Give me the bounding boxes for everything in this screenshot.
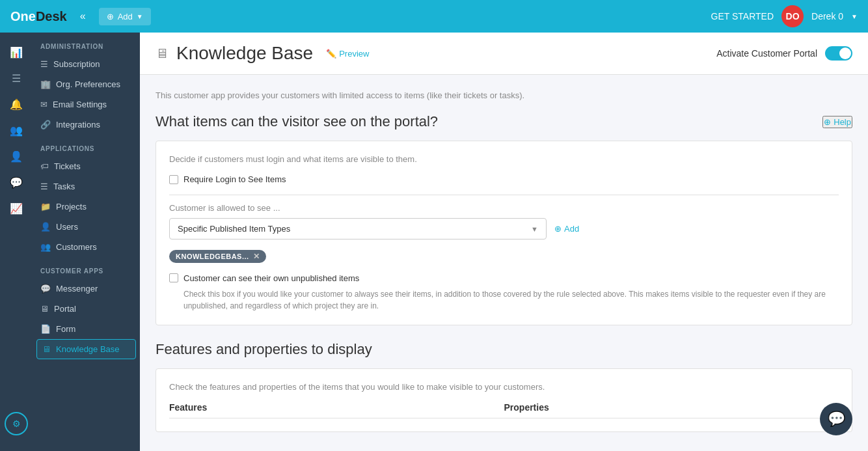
dropdown-caret-icon: ▼ bbox=[531, 225, 538, 233]
nav-icon-clock[interactable]: 🔔 bbox=[5, 92, 28, 116]
features-col-title-2: Properties bbox=[504, 402, 839, 418]
features-col-title-1: Features bbox=[169, 402, 504, 418]
nav-icon-list[interactable]: ☰ bbox=[5, 66, 28, 90]
main-header: 🖥 Knowledge Base ✏️ Preview Activate Cus… bbox=[140, 33, 868, 75]
preview-button[interactable]: ✏️ Preview bbox=[326, 49, 369, 59]
sidebar-item-customers[interactable]: 👥 Customers bbox=[33, 237, 140, 257]
portal-icon: 🖥 bbox=[40, 304, 49, 314]
logo: OneDesk bbox=[10, 9, 67, 24]
settings-icon[interactable]: ⚙ bbox=[5, 412, 28, 435]
sidebar-item-form[interactable]: 📄 Form bbox=[33, 319, 140, 339]
sidebar-item-knowledge-base-label: Knowledge Base bbox=[56, 344, 120, 354]
nav-icon-user-group[interactable]: 👥 bbox=[5, 118, 28, 142]
get-started-button[interactable]: GET STARTED bbox=[711, 11, 774, 21]
customers-icon: 👥 bbox=[40, 242, 51, 252]
customer-apps-section-title: CUSTOMER APPS bbox=[33, 257, 140, 279]
sidebar-item-portal-label: Portal bbox=[54, 304, 76, 314]
sidebar-item-email-settings[interactable]: ✉ Email Settings bbox=[33, 94, 140, 115]
messenger-icon: 💬 bbox=[40, 284, 51, 294]
sidebar-item-subscription[interactable]: ☰ Subscription bbox=[33, 54, 140, 74]
help-label: Help bbox=[834, 117, 851, 127]
nav-icon-analytics[interactable]: 📊 bbox=[5, 40, 28, 64]
sidebar-item-knowledge-base[interactable]: 🖥 Knowledge Base bbox=[36, 339, 136, 359]
add-label: Add bbox=[564, 224, 579, 234]
dropdown-value: Specific Published Item Types bbox=[178, 224, 290, 234]
features-section-title: Features and properties to display bbox=[156, 341, 852, 358]
sidebar-item-users[interactable]: 👤 Users bbox=[33, 217, 140, 237]
avatar: DO bbox=[781, 5, 804, 27]
sidebar-item-tickets-label: Tickets bbox=[54, 161, 81, 171]
item-types-dropdown[interactable]: Specific Published Item Types ▼ bbox=[169, 218, 547, 239]
add-caret-icon: ▼ bbox=[137, 13, 143, 20]
features-card-description: Check the features and properties of the… bbox=[169, 382, 839, 392]
activate-customer-portal-toggle[interactable] bbox=[825, 46, 852, 61]
user-caret-icon[interactable]: ▼ bbox=[851, 13, 858, 20]
page-description: This customer app provides your customer… bbox=[156, 90, 852, 100]
tasks-icon: ☰ bbox=[40, 182, 48, 191]
email-settings-icon: ✉ bbox=[40, 100, 47, 109]
dropdown-row: Specific Published Item Types ▼ ⊕ Add bbox=[169, 218, 839, 239]
sidebar-item-integrations[interactable]: 🔗 Integrations bbox=[33, 115, 140, 135]
chat-bubble-button[interactable]: 💬 bbox=[820, 403, 852, 435]
chat-bubble-icon: 💬 bbox=[828, 411, 845, 428]
layout: 📊 ☰ 🔔 👥 👤 💬 📈 ⚙ ADMINISTRATION ☰ Subscri… bbox=[0, 33, 868, 451]
unpublished-row: Customer can see their own unpublished i… bbox=[169, 273, 839, 312]
features-col-1: Features bbox=[169, 402, 504, 418]
add-item-type-button[interactable]: ⊕ Add bbox=[554, 224, 579, 234]
help-icon: ⊕ bbox=[824, 117, 831, 127]
apps-section-title: APPLICATIONS bbox=[33, 135, 140, 156]
sidebar-item-projects[interactable]: 📁 Projects bbox=[33, 197, 140, 217]
knowledge-base-icon: 🖥 bbox=[42, 344, 51, 354]
users-icon: 👤 bbox=[40, 222, 51, 232]
sidebar-item-tasks-label: Tasks bbox=[53, 182, 75, 191]
sidebar: ADMINISTRATION ☰ Subscription 🏢 Org. Pre… bbox=[33, 33, 140, 451]
sidebar-item-tasks[interactable]: ☰ Tasks bbox=[33, 176, 140, 197]
unpublished-label: Customer can see their own unpublished i… bbox=[183, 273, 359, 283]
help-button[interactable]: ⊕ Help bbox=[822, 116, 852, 128]
sidebar-item-tickets[interactable]: 🏷 Tickets bbox=[33, 156, 140, 176]
preview-label: Preview bbox=[339, 49, 369, 59]
sidebar-item-projects-label: Projects bbox=[56, 202, 87, 212]
tickets-icon: 🏷 bbox=[40, 161, 49, 171]
require-login-checkbox[interactable] bbox=[169, 175, 178, 184]
tag-close-icon[interactable]: ✕ bbox=[253, 252, 260, 261]
sidebar-item-org-preferences-label: Org. Preferences bbox=[56, 79, 120, 89]
visitor-section-title: What items can the visitor see on the po… bbox=[156, 113, 438, 130]
unpublished-description: Check this box if you would like your cu… bbox=[183, 288, 839, 312]
sidebar-item-org-preferences[interactable]: 🏢 Org. Preferences bbox=[33, 74, 140, 94]
nav-icon-user[interactable]: 👤 bbox=[5, 144, 28, 168]
sidebar-item-email-settings-label: Email Settings bbox=[53, 100, 107, 109]
require-login-row: Require Login to See Items bbox=[169, 174, 839, 184]
require-login-label: Require Login to See Items bbox=[183, 174, 286, 184]
add-button[interactable]: ⊕ Add ▼ bbox=[99, 8, 151, 25]
sidebar-item-messenger[interactable]: 💬 Messenger bbox=[33, 279, 140, 299]
sidebar-item-customers-label: Customers bbox=[56, 242, 97, 252]
features-col-2: Properties bbox=[504, 402, 839, 418]
sidebar-item-subscription-label: Subscription bbox=[53, 59, 100, 69]
activate-customer-portal-label: Activate Customer Portal bbox=[716, 48, 817, 59]
subscription-icon: ☰ bbox=[40, 59, 48, 69]
visitor-card: Decide if customers must login and what … bbox=[156, 141, 852, 325]
knowledge-base-tag: KNOWLEDGEBAS... ✕ bbox=[169, 250, 266, 263]
features-columns: Features Properties bbox=[169, 402, 839, 418]
form-icon: 📄 bbox=[40, 324, 51, 334]
add-circle-icon: ⊕ bbox=[554, 224, 562, 234]
visitor-section-title-row: What items can the visitor see on the po… bbox=[156, 113, 852, 130]
pencil-icon: ✏️ bbox=[326, 49, 336, 59]
admin-section-title: ADMINISTRATION bbox=[33, 33, 140, 54]
topbar: OneDesk « ⊕ Add ▼ GET STARTED DO Derek 0… bbox=[0, 0, 868, 33]
org-preferences-icon: 🏢 bbox=[40, 79, 51, 89]
unpublished-checkbox[interactable] bbox=[169, 273, 178, 282]
nav-icon-chart[interactable]: 📈 bbox=[5, 197, 28, 220]
sidebar-collapse-icon[interactable]: « bbox=[80, 10, 86, 22]
sidebar-item-portal[interactable]: 🖥 Portal bbox=[33, 299, 140, 319]
sidebar-item-messenger-label: Messenger bbox=[56, 284, 98, 294]
icon-bar: 📊 ☰ 🔔 👥 👤 💬 📈 ⚙ bbox=[0, 33, 33, 451]
sidebar-item-integrations-label: Integrations bbox=[56, 120, 100, 130]
main-content: 🖥 Knowledge Base ✏️ Preview Activate Cus… bbox=[140, 33, 868, 451]
user-name: Derek 0 bbox=[811, 11, 843, 21]
plus-icon: ⊕ bbox=[107, 12, 114, 21]
sidebar-item-users-label: Users bbox=[56, 222, 78, 232]
customer-allowed-label: Customer is allowed to see ... bbox=[169, 203, 839, 213]
nav-icon-chat[interactable]: 💬 bbox=[5, 171, 28, 194]
